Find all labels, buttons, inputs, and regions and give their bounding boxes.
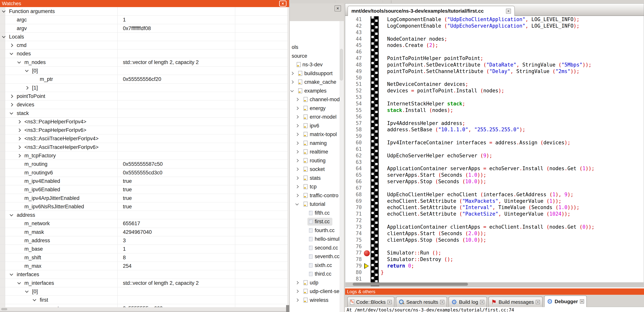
- close-icon[interactable]: ×: [580, 299, 584, 304]
- chevron-right-icon[interactable]: [10, 103, 13, 107]
- watch-row[interactable]: [1]: [0, 84, 288, 92]
- marker-margin[interactable]: [363, 36, 370, 42]
- tree-item-hello-simul[interactable]: hello-simul: [290, 235, 340, 243]
- line-number[interactable]: 50: [346, 75, 363, 81]
- chevron-right-icon[interactable]: [296, 124, 299, 127]
- watch-row[interactable]: m_network655617: [0, 219, 288, 228]
- watch-row[interactable]: stack: [0, 109, 288, 118]
- marker-margin[interactable]: [363, 16, 370, 23]
- chevron-down-icon[interactable]: [10, 272, 13, 276]
- line-number[interactable]: 62: [346, 153, 363, 159]
- chevron-right-icon[interactable]: [296, 133, 299, 136]
- tree-item-routing[interactable]: routing: [290, 156, 340, 165]
- watch-row[interactable]: [0]: [0, 66, 288, 75]
- watch-row[interactable]: pointToPoint: [0, 92, 288, 100]
- chevron-right-icon[interactable]: [296, 107, 299, 110]
- marker-margin[interactable]: [363, 211, 370, 217]
- tree-item-ns-3-dev[interactable]: ns-3-dev: [290, 60, 340, 69]
- line-number[interactable]: 67: [346, 185, 363, 191]
- marker-margin[interactable]: [363, 114, 370, 120]
- close-icon[interactable]: ×: [506, 9, 511, 14]
- code-area[interactable]: 41LogComponentEnable ("UdpEchoClientAppl…: [346, 16, 644, 282]
- marker-margin[interactable]: [363, 29, 370, 36]
- line-number[interactable]: 71: [346, 211, 363, 217]
- marker-margin[interactable]: [363, 243, 370, 250]
- marker-margin[interactable]: [363, 237, 370, 243]
- logs-header[interactable]: Logs & others: [345, 289, 644, 295]
- chevron-down-icon[interactable]: [10, 52, 13, 55]
- marker-margin[interactable]: [363, 224, 370, 230]
- projects-vertical-scrollbar[interactable]: [340, 21, 343, 312]
- logs-tab-debugger[interactable]: ⚙Debugger×: [544, 296, 587, 307]
- line-number[interactable]: 47: [346, 55, 363, 62]
- watch-row[interactable]: interfaces: [0, 270, 288, 279]
- logs-tab-build-messages[interactable]: ⚑Build messages×: [488, 297, 542, 307]
- tree-item-channel-mod[interactable]: channel-mod: [290, 95, 340, 104]
- splitter-grip[interactable]: [391, 0, 392, 3]
- marker-margin[interactable]: [363, 94, 370, 101]
- tree-item-sixth-cc[interactable]: sixth.cc: [290, 261, 340, 270]
- line-number[interactable]: 74: [346, 230, 363, 237]
- watch-row[interactable]: m_shift8: [0, 253, 288, 262]
- marker-margin[interactable]: [363, 88, 370, 94]
- marker-margin[interactable]: [363, 101, 370, 107]
- logs-tab-code-blocks[interactable]: Code::Blocks×: [347, 297, 394, 307]
- marker-margin[interactable]: [363, 68, 370, 75]
- chevron-down-icon[interactable]: [17, 60, 21, 63]
- marker-margin[interactable]: [363, 276, 370, 282]
- close-icon[interactable]: ×: [279, 0, 286, 6]
- line-number[interactable]: 46: [346, 49, 363, 55]
- line-number[interactable]: 75: [346, 237, 363, 243]
- watches-horizontal-scrollbar[interactable]: [0, 307, 288, 311]
- line-number[interactable]: 65: [346, 172, 363, 178]
- line-number[interactable]: 68: [346, 191, 363, 198]
- tree-item-error-model[interactable]: error-model: [290, 113, 340, 121]
- line-number[interactable]: 54: [346, 101, 363, 107]
- chevron-right-icon[interactable]: [296, 142, 299, 145]
- watch-row[interactable]: devices: [0, 100, 288, 109]
- watch-row[interactable]: <ns3::PcapHelperForIpv4>: [0, 118, 288, 126]
- close-icon[interactable]: ×: [536, 300, 540, 304]
- tree-item-ipv6[interactable]: ipv6: [290, 122, 340, 130]
- watch-row[interactable]: m_ipv6Enabledtrue: [0, 185, 288, 194]
- watch-row[interactable]: m_ipv4ArpJitterEnabledtrue: [0, 194, 288, 202]
- chevron-right-icon[interactable]: [296, 98, 299, 101]
- chevron-right-icon[interactable]: [296, 298, 299, 302]
- line-number[interactable]: 41: [346, 16, 363, 23]
- tree-item-socket[interactable]: socket: [290, 165, 340, 174]
- line-number[interactable]: 49: [346, 68, 363, 75]
- close-icon[interactable]: ×: [440, 300, 444, 304]
- watch-row[interactable]: m_mask4294967040: [0, 228, 288, 236]
- watch-row[interactable]: m_routing0x555555587c50: [0, 160, 288, 168]
- watch-row[interactable]: first: [0, 296, 288, 304]
- scrollbar-thumb[interactable]: [353, 283, 468, 286]
- marker-margin[interactable]: [363, 198, 370, 204]
- close-icon[interactable]: ×: [388, 300, 392, 304]
- chevron-right-icon[interactable]: [10, 95, 13, 98]
- line-number[interactable]: 51: [346, 81, 363, 88]
- marker-margin[interactable]: [363, 230, 370, 237]
- tree-item-tcp[interactable]: tcp: [290, 182, 340, 191]
- line-number[interactable]: 56: [346, 114, 363, 120]
- marker-margin[interactable]: [363, 172, 370, 178]
- line-number[interactable]: 73: [346, 224, 363, 230]
- watch-row[interactable]: [0]: [0, 287, 288, 296]
- line-number[interactable]: 63: [346, 159, 363, 165]
- watch-row[interactable]: m_address3: [0, 236, 288, 245]
- watch-row[interactable]: m_max254: [0, 262, 288, 270]
- tree-item-source[interactable]: source: [290, 52, 340, 60]
- tree-item-seventh-cc[interactable]: seventh.cc: [290, 252, 340, 261]
- chevron-down-icon[interactable]: [2, 34, 6, 38]
- tree-item-cmake-cache[interactable]: cmake_cache: [290, 78, 340, 86]
- line-number[interactable]: 69: [346, 198, 363, 204]
- tree-item-second-cc[interactable]: second.cc: [290, 244, 340, 252]
- tree-item-energy[interactable]: energy: [290, 104, 340, 113]
- line-number[interactable]: 76: [346, 243, 363, 250]
- editor-horizontal-scrollbar[interactable]: [346, 282, 644, 286]
- line-number[interactable]: 60: [346, 140, 363, 146]
- line-number[interactable]: 61: [346, 146, 363, 153]
- watches-title-bar[interactable]: Watches ×: [0, 0, 289, 7]
- watch-row[interactable]: m_interfacesstd::vector of length 2, cap…: [0, 279, 288, 287]
- line-number[interactable]: 59: [346, 133, 363, 140]
- chevron-right-icon[interactable]: [17, 154, 21, 157]
